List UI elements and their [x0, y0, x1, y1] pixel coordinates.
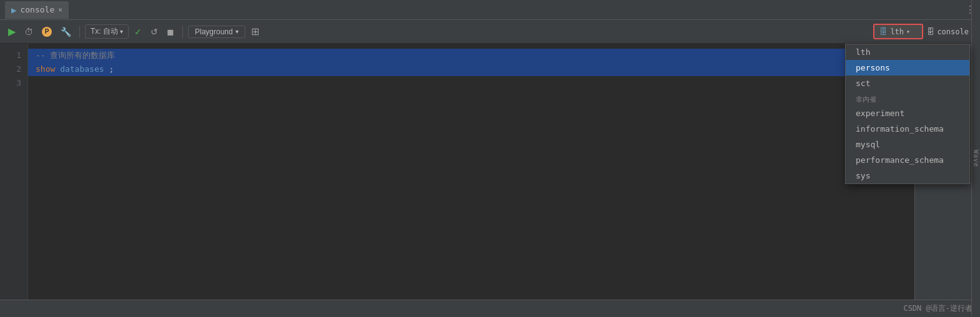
stop-button[interactable]: ◼: [164, 25, 177, 39]
editor-area: 1 2 3 -- 查询所有的数据库 show databases ;: [0, 44, 914, 300]
undo-button[interactable]: ↺: [147, 25, 161, 39]
main-area: 1 2 3 -- 查询所有的数据库 show databases ;: [0, 44, 980, 300]
line-number-2: 2: [6, 62, 21, 76]
code-line-2: show databases ;: [28, 62, 914, 76]
dropdown-item-sys[interactable]: sys: [846, 168, 969, 183]
dropdown-item-experiment[interactable]: experiment: [846, 105, 969, 121]
line-number-3: 3: [6, 76, 21, 90]
console-tab-label: console: [20, 5, 54, 14]
grid-icon: ⊞: [251, 26, 259, 37]
clock-button[interactable]: ⏱: [21, 25, 36, 39]
side-label: Wave: [971, 0, 980, 317]
dropdown-item-information-schema[interactable]: information_schema: [846, 121, 969, 137]
console-tab-icon: ▶: [11, 5, 16, 15]
db-selector[interactable]: 🗄 lth ▾: [873, 24, 923, 39]
editor-content: 1 2 3 -- 查询所有的数据库 show databases ;: [0, 44, 914, 300]
dropdown-item-performance-schema[interactable]: performance_schema: [846, 152, 969, 168]
db-selector-icon: 🗄: [879, 27, 888, 36]
tx-arrow: ▾: [120, 28, 123, 35]
console-selector-label: console: [937, 27, 969, 36]
code-semicolon: ;: [109, 64, 114, 74]
dropdown-item-mysql[interactable]: mysql: [846, 137, 969, 152]
console-selector[interactable]: 🗄 console ▾: [927, 27, 975, 36]
playground-label: Playground: [195, 27, 233, 36]
wrench-button[interactable]: 🔧: [57, 25, 74, 39]
profile-icon: P: [42, 27, 52, 37]
run-button[interactable]: ▶: [5, 24, 19, 39]
toolbar: ▶ ⏱ P 🔧 Tx: 自动 ▾ ✓ ↺ ◼ Playground ▾ ⊞ 🗄 …: [0, 20, 980, 44]
toolbar-right: 🗄 lth ▾ 🗄 console ▾: [873, 24, 975, 39]
db-selector-arrow: ▾: [906, 28, 910, 35]
wrench-icon: 🔧: [61, 27, 71, 37]
code-editor[interactable]: -- 查询所有的数据库 show databases ;: [28, 44, 914, 300]
console-selector-icon: 🗄: [927, 27, 934, 36]
bottom-bar: CSDN @语言-逆行者: [0, 300, 980, 317]
tx-button[interactable]: Tx: 自动 ▾: [85, 24, 129, 39]
side-label-text: Wave: [973, 150, 979, 167]
watermark: CSDN @语言-逆行者: [903, 303, 973, 314]
tx-label: Tx: 自动: [91, 26, 118, 37]
code-line-3: [36, 76, 907, 90]
code-line-1: -- 查询所有的数据库: [28, 49, 914, 62]
separator-1: [79, 26, 80, 38]
dropdown-item-sct[interactable]: sct: [846, 76, 969, 91]
profile-button[interactable]: P: [39, 25, 55, 39]
playground-button[interactable]: Playground ▾: [188, 26, 245, 38]
dropdown-item-persons[interactable]: persons: [846, 60, 969, 76]
separator-2: [182, 26, 183, 38]
playground-arrow: ▾: [235, 28, 239, 35]
db-dropdown: lth persons sct 非内省 experiment informati…: [845, 44, 970, 184]
grid-button[interactable]: ⊞: [248, 24, 262, 39]
keyword-databases: databases: [60, 64, 104, 74]
dropdown-section-label: 非内省: [846, 91, 969, 105]
title-bar: ▶ console ✕ ⋮: [0, 0, 980, 20]
console-tab[interactable]: ▶ console ✕: [5, 1, 69, 19]
db-selector-label: lth: [890, 27, 904, 36]
line-number-1: 1: [6, 49, 21, 62]
line-numbers: 1 2 3: [0, 44, 28, 300]
dropdown-item-lth[interactable]: lth: [846, 44, 969, 60]
keyword-show: show: [36, 64, 55, 74]
comment-text: -- 查询所有的数据库: [36, 51, 115, 60]
console-tab-close[interactable]: ✕: [58, 6, 62, 14]
check-button[interactable]: ✓: [131, 25, 145, 39]
clock-icon: ⏱: [24, 27, 33, 37]
